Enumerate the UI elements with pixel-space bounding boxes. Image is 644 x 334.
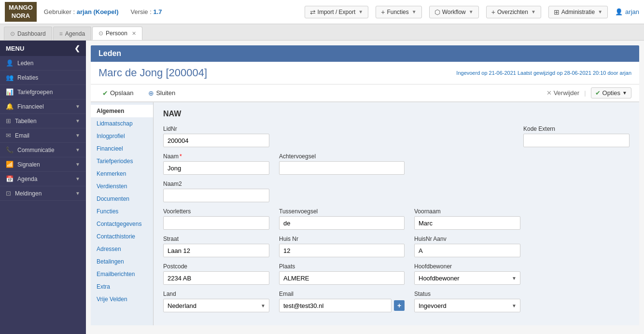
import-export-button[interactable]: ⇄ Import / Export ▼	[305, 6, 369, 18]
import-export-label: Import / Export	[318, 9, 356, 15]
nav-kenmerken[interactable]: Kenmerken	[91, 167, 153, 180]
options-button[interactable]: ✔ Opties ▼	[591, 87, 631, 98]
financieel-arrow-icon: ▼	[75, 104, 80, 109]
postcode-input[interactable]	[163, 271, 269, 285]
achtervoegsel-label: Achtervoegsel	[279, 153, 405, 160]
administratie-button[interactable]: ⊞ Administratie ▼	[548, 6, 608, 18]
sidebar-item-meldingen[interactable]: ⊡ Meldingen ▼	[0, 186, 86, 201]
nav-vrije-velden[interactable]: Vrije Velden	[91, 293, 153, 306]
sidebar-collapse-icon[interactable]: ❮	[74, 44, 80, 52]
status-group: Status Ingevoerd Actief Inactief ▼	[414, 291, 520, 312]
naam2-label: Naam2	[163, 181, 269, 187]
tab-agenda[interactable]: ≡ Agenda	[53, 27, 91, 40]
nav-financieel[interactable]: Financieel	[91, 142, 153, 155]
section-title: Leden	[98, 49, 121, 57]
user-label: Gebruiker :	[44, 8, 75, 15]
sidebar-item-signalen[interactable]: 📶 Signalen ▼	[0, 157, 86, 172]
tab-dashboard[interactable]: ⊙ Dashboard	[4, 27, 52, 40]
straat-input[interactable]	[163, 244, 269, 257]
lidnr-input[interactable]	[163, 134, 269, 147]
version-label: Versie :	[130, 8, 151, 15]
communicatie-label: Communicatie	[17, 147, 55, 153]
administratie-caret: ▼	[598, 9, 602, 14]
naam-input[interactable]	[163, 161, 269, 175]
main-layout: MENU ❮ 👤 Leden 👥 Relaties 📊 Tariefgroepe…	[0, 41, 644, 334]
overzichten-button[interactable]: + Overzichten ▼	[486, 6, 541, 18]
form-row-naam2: Naam2	[163, 181, 630, 202]
close-button[interactable]: ⊕ Sluiten	[144, 88, 179, 98]
voorletters-group: Voorletters	[163, 208, 269, 230]
delete-button[interactable]: ✕ Verwijder	[546, 89, 579, 97]
nav-adressen[interactable]: Adressen	[91, 243, 153, 255]
nav-betalingen[interactable]: Betalingen	[91, 255, 153, 268]
user-info: Gebruiker : arjan (Koepel)	[44, 8, 119, 15]
email-input[interactable]	[279, 299, 392, 312]
user-menu[interactable]: 👤 arjan	[615, 8, 639, 15]
sidebar-item-leden[interactable]: 👤 Leden	[0, 56, 86, 70]
nav-emailberichten[interactable]: Emailberichten	[91, 268, 153, 280]
persoon-tab-close[interactable]: ✕	[132, 30, 136, 37]
sidebar-item-tabellen[interactable]: ⊞ Tabellen ▼	[0, 114, 86, 128]
options-label: Opties	[602, 89, 621, 97]
section-header: Leden	[91, 45, 639, 62]
tabellen-label: Tabellen	[15, 118, 37, 125]
functies-button[interactable]: + Functies ▼	[376, 6, 421, 18]
signalen-label: Signalen	[17, 161, 40, 168]
workflow-button[interactable]: ⬡ Workflow ▼	[429, 6, 479, 18]
nav-verdiensten[interactable]: Verdiensten	[91, 180, 153, 193]
voorletters-input[interactable]	[163, 216, 269, 230]
options-caret-icon: ▼	[622, 90, 627, 96]
sidebar-item-financieel[interactable]: 🔔 Financieel ▼	[0, 99, 86, 114]
kode-extern-input[interactable]	[523, 134, 630, 147]
voorletters-label: Voorletters	[163, 208, 269, 215]
agenda-tab-label: Agenda	[65, 30, 85, 37]
huisnr-input[interactable]	[279, 244, 405, 257]
sidebar-item-communicatie[interactable]: 📞 Communicatie ▼	[0, 143, 86, 157]
nav-contactgegevens[interactable]: Contactgegevens	[91, 218, 153, 230]
land-select[interactable]: Nederland België Duitsland	[163, 299, 269, 312]
functies-icon: +	[381, 8, 385, 16]
plaats-label: Plaats	[279, 263, 405, 270]
plaats-input[interactable]	[279, 271, 405, 285]
workflow-label: Workflow	[442, 9, 466, 15]
status-select[interactable]: Ingevoerd Actief Inactief	[414, 299, 520, 312]
sidebar-item-email[interactable]: ✉ Email ▼	[0, 128, 86, 143]
tussenvoegsel-input[interactable]	[279, 216, 405, 230]
communicatie-arrow-icon: ▼	[75, 147, 80, 153]
nav-tariefperiodes[interactable]: Tariefperiodes	[91, 155, 153, 167]
naam2-input[interactable]	[163, 189, 269, 202]
overzichten-icon: +	[491, 8, 495, 16]
sidebar-item-tariefgroepen[interactable]: 📊 Tariefgroepen	[0, 85, 86, 99]
achtervoegsel-input[interactable]	[279, 161, 405, 175]
tab-persoon[interactable]: ⊙ Persoon ✕	[92, 27, 142, 40]
relaties-icon: 👥	[6, 74, 14, 81]
nav-functies[interactable]: Functies	[91, 205, 153, 218]
administratie-label: Administratie	[561, 9, 595, 15]
land-group: Land Nederland België Duitsland ▼	[163, 291, 269, 312]
voornaam-input[interactable]	[414, 216, 520, 230]
email-add-button[interactable]: +	[394, 300, 405, 311]
huisnr-aanv-input[interactable]	[414, 244, 520, 257]
import-export-caret: ▼	[358, 9, 363, 14]
save-button[interactable]: ✔ Opslaan	[98, 88, 137, 98]
nav-contacthistorie[interactable]: Contacthistorie	[91, 230, 153, 243]
lidnr-group: LidNr	[163, 125, 269, 147]
form-area: Algemeen Lidmaatschap Inlogprofiel Finan…	[91, 102, 639, 325]
nav-inlogprofiel[interactable]: Inlogprofiel	[91, 130, 153, 142]
nav-documenten[interactable]: Documenten	[91, 193, 153, 205]
email-group: Email +	[279, 291, 405, 312]
record-title: Marc de Jong [200004]	[98, 67, 207, 79]
kode-extern-group: Kode Extern	[523, 125, 630, 147]
sidebar-item-relaties[interactable]: 👥 Relaties	[0, 70, 86, 85]
persoon-tab-icon: ⊙	[98, 30, 103, 37]
tariefgroepen-icon: 📊	[6, 88, 14, 96]
meldingen-label: Meldingen	[15, 190, 42, 197]
nav-lidmaatschap[interactable]: Lidmaatschap	[91, 117, 153, 130]
email-label: Email	[15, 132, 29, 139]
nav-algemeen[interactable]: Algemeen	[91, 105, 153, 117]
nav-extra[interactable]: Extra	[91, 280, 153, 293]
close-icon: ⊕	[148, 89, 154, 97]
sidebar-item-agenda[interactable]: 📅 Agenda ▼	[0, 172, 86, 186]
menu-label: MENU	[6, 45, 24, 52]
hoofdbewoner-select[interactable]: Hoofdbewoner Medebewoner	[414, 271, 520, 285]
